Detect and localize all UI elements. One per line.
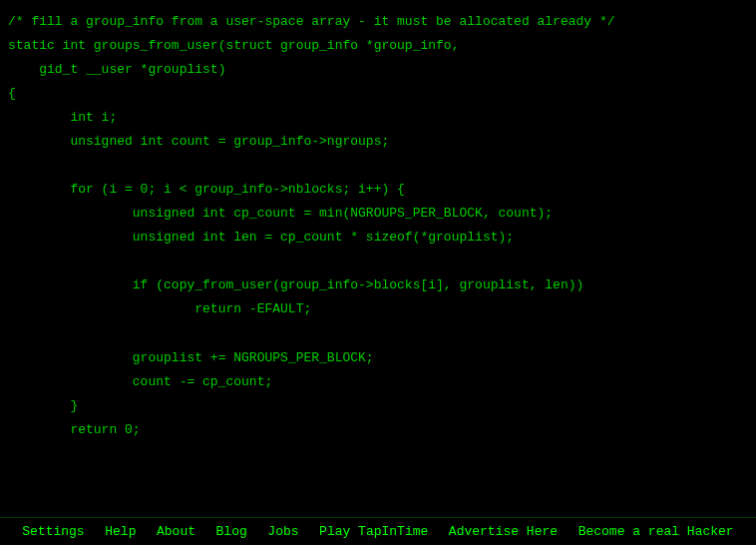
code-display: /* fill a group_info from a user-space a… <box>0 0 756 519</box>
blank-line <box>8 154 748 178</box>
code-line: { <box>8 82 748 106</box>
become-hacker-link[interactable]: Become a real Hacker <box>578 524 734 539</box>
code-line: if (copy_from_user(group_info->blocks[i]… <box>8 273 748 297</box>
code-line: grouplist += NGROUPS_PER_BLOCK; <box>8 346 748 370</box>
play-tapintime-link[interactable]: Play TapInTime <box>319 524 428 539</box>
code-line: gid_t __user *grouplist) <box>8 58 748 82</box>
code-line: } <box>8 394 748 418</box>
jobs-link[interactable]: Jobs <box>267 524 298 539</box>
footer-nav: Settings Help About Blog Jobs Play TapIn… <box>0 517 756 545</box>
code-line: unsigned int cp_count = min(NGROUPS_PER_… <box>8 202 748 226</box>
code-line: unsigned int len = cp_count * sizeof(*gr… <box>8 226 748 250</box>
code-line: return 0; <box>8 418 748 442</box>
advertise-link[interactable]: Advertise Here <box>449 524 558 539</box>
blog-link[interactable]: Blog <box>216 524 247 539</box>
code-line: return -EFAULT; <box>8 297 748 321</box>
code-line: count -= cp_count; <box>8 370 748 394</box>
code-line: unsigned int count = group_info->ngroups… <box>8 130 748 154</box>
code-line: for (i = 0; i < group_info->nblocks; i++… <box>8 178 748 202</box>
help-link[interactable]: Help <box>105 524 136 539</box>
about-link[interactable]: About <box>157 524 195 539</box>
blank-line <box>8 250 748 273</box>
blank-line <box>8 322 748 346</box>
settings-link[interactable]: Settings <box>22 524 84 539</box>
code-line: /* fill a group_info from a user-space a… <box>8 10 748 34</box>
code-line: int i; <box>8 106 748 130</box>
code-line: static int groups_from_user(struct group… <box>8 34 748 58</box>
